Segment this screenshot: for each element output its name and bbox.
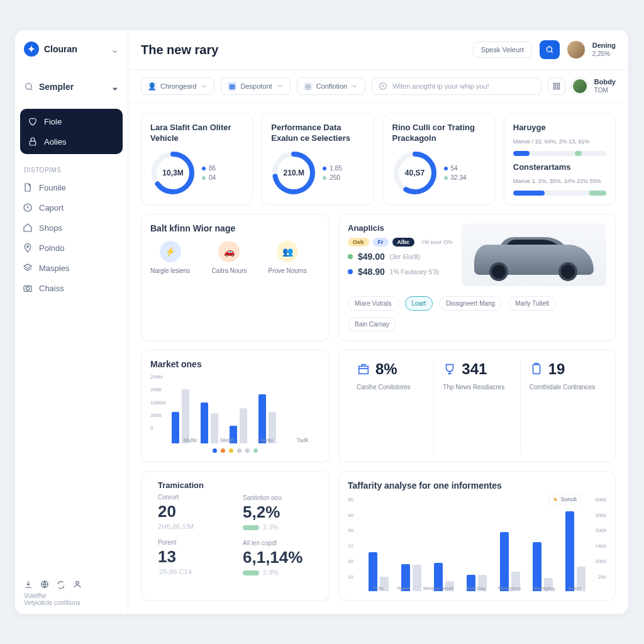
sidebar-item-chaiss[interactable]: Chaiss <box>15 278 128 298</box>
tab-1[interactable]: Loart <box>405 296 433 311</box>
sidebar-item-shops[interactable]: Shops <box>15 218 128 238</box>
conster-title: Consterartams <box>513 162 606 172</box>
bar-group <box>172 389 189 443</box>
analyse-card: Taffarity analyse for one informentes ★S… <box>338 471 616 601</box>
car-image <box>462 223 606 286</box>
trans-val: 6,1,14% <box>243 548 313 567</box>
kpi-center: 10,3M <box>150 150 196 196</box>
user-meta: Dening 2,25% <box>592 42 616 57</box>
workage-item[interactable]: 👥Prove Nourns <box>269 241 307 274</box>
lock-icon <box>28 136 38 147</box>
cta-button[interactable]: Spesk Veleurt <box>473 42 532 58</box>
tab-4[interactable]: Bain Carnay <box>348 317 396 331</box>
tab-0[interactable]: Miare Vutrals <box>348 296 399 311</box>
svg-rect-11 <box>557 83 560 86</box>
avatar[interactable] <box>567 41 585 58</box>
sidebar-item-masples[interactable]: Masples <box>15 258 128 278</box>
kpi-ring: 210.M <box>271 150 316 196</box>
trans-val: 5,2% <box>243 502 313 522</box>
doc-icon: ▦ <box>228 82 236 91</box>
tab-3[interactable]: Marly Tultelt <box>508 296 556 311</box>
stat-item: 8%Canihe Conitotores <box>348 359 434 453</box>
bar-group <box>258 394 276 443</box>
logo-icon: ✦ <box>24 42 39 57</box>
trans-val: 20 <box>158 502 228 521</box>
trans-val: 13 <box>158 547 228 567</box>
sidebar-item-polndo[interactable]: Polndo <box>15 238 128 258</box>
trans-lab: All len copdl <box>243 540 313 547</box>
trans-lab: Porent <box>158 539 228 546</box>
svg-rect-20 <box>359 366 369 374</box>
kpi-ring: 40,S7 <box>392 150 438 196</box>
workage-item[interactable]: ⚡Nargle lesiens <box>150 241 190 274</box>
sidebar-section-label: DISTOPIMS <box>15 158 128 177</box>
stat-item: 19Comthidale Coritrances <box>521 359 606 453</box>
price-note: (3er Elurlll) <box>390 253 420 260</box>
kpi-card: Performance Data Exalun ce Selectiers210… <box>262 113 374 205</box>
avatar-secondary[interactable] <box>572 78 588 94</box>
pill-row: OebFrAlbcHit eour O% <box>348 238 453 247</box>
chevron-down-icon <box>351 82 358 90</box>
cup-icon <box>443 362 457 376</box>
sidebar-item-caport[interactable]: Caport <box>15 197 128 218</box>
market-chart-card: Market ones 254M20801080M20800 MutleMett… <box>141 350 330 462</box>
kpi-card: Rino Culli cor Trating Prackagoln40,S754… <box>383 113 495 205</box>
bar-group <box>564 511 587 591</box>
user-name: Dening <box>592 42 616 49</box>
search-button[interactable] <box>540 40 560 59</box>
filter-chrongesrd[interactable]: 👤 Chrongesrd <box>141 77 214 95</box>
analytics-card: Anaplicis OebFrAlbcHit eour O% $49.00 (3… <box>338 214 616 341</box>
search-input[interactable]: Witen anogtht lp your whip you! <box>372 77 541 95</box>
box-icon <box>357 362 370 376</box>
workage-label: Prove Nourns <box>269 267 307 274</box>
svg-rect-1 <box>30 141 35 145</box>
camera-icon <box>23 283 33 293</box>
stat-val: 8% <box>375 360 397 378</box>
stat-label: Comthidale Coritrances <box>530 384 596 391</box>
pill[interactable]: Albc <box>392 238 415 247</box>
tab-row: Miare VutralsLoartDissigneert MangMarly … <box>348 296 606 331</box>
people-icon: 👥 <box>277 241 298 262</box>
kpi-title: Performance Data Exalun ce Selectiers <box>271 123 364 144</box>
sidebar-item-label: Polndo <box>39 243 64 253</box>
price-note: 1% Fautaney 5'3) <box>390 269 439 275</box>
conster-bar <box>513 191 606 196</box>
pin-icon <box>23 243 33 253</box>
download-icon[interactable] <box>24 580 33 589</box>
trans-lab: Conrort <box>158 494 228 501</box>
price-2: $48.90 1% Fautaney 5'3) <box>348 267 453 277</box>
sidebar-item-aolies[interactable]: Aolies <box>20 131 123 152</box>
pager-dots[interactable] <box>150 448 320 453</box>
home-icon <box>23 223 33 233</box>
pill[interactable]: Fr <box>373 238 389 247</box>
stat-item: 341Thp News Resdiacres <box>434 359 520 453</box>
sidebar-item-fiole[interactable]: Fiole <box>20 111 123 131</box>
sidebar-search[interactable]: Sempler ⌄ <box>21 77 121 97</box>
user-icon: 👤 <box>148 82 157 91</box>
brand-row[interactable]: ✦ Clouran ⌄ <box>15 30 128 63</box>
sidebar-item-label: Caport <box>39 203 64 213</box>
svg-rect-21 <box>533 365 540 374</box>
workage-item[interactable]: 🚗Caitra Nours <box>211 241 247 274</box>
chevron-down-icon: ⌄ <box>111 43 119 55</box>
sidebar-item-founile[interactable]: Founile <box>15 177 128 197</box>
globe-icon[interactable] <box>40 580 49 589</box>
stat-label: Canihe Conitotores <box>357 384 411 391</box>
mini-bar <box>243 570 259 575</box>
analyse-barchart: ★Sonult 504050772010 6000300020007400200… <box>348 497 606 591</box>
svg-rect-10 <box>553 83 556 86</box>
heart-icon <box>28 116 38 126</box>
chip-label: Despotont <box>240 82 272 90</box>
chevron-down-icon: ⌄ <box>111 82 119 92</box>
pill[interactable]: Oeb <box>348 238 369 247</box>
layers-icon <box>23 263 33 273</box>
kpi-center: 210.M <box>271 150 316 196</box>
svg-rect-12 <box>553 87 556 89</box>
filter-conflotion[interactable]: ◎ Conflotion <box>297 77 366 95</box>
grid-button[interactable] <box>548 77 565 95</box>
tab-2[interactable]: Dissigneert Mang <box>439 296 502 311</box>
filter-despotont[interactable]: ▦ Despotont <box>221 77 290 95</box>
refresh-icon[interactable] <box>57 580 65 589</box>
user-icon[interactable] <box>73 580 82 589</box>
price-val: $49.00 <box>358 252 385 262</box>
